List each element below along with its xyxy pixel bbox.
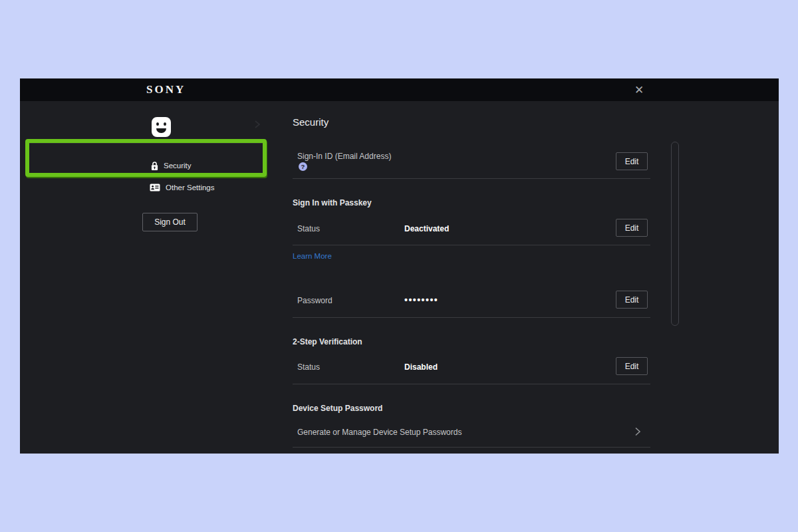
- two-step-section-heading: 2-Step Verification: [293, 337, 362, 346]
- account-settings-window: SONY ✕ Security: [20, 78, 779, 454]
- signin-id-label: Sign-In ID (Email Address): [297, 152, 391, 161]
- edit-passkey-button[interactable]: Edit: [616, 219, 648, 237]
- sidebar-item-security[interactable]: Security: [151, 158, 192, 173]
- edit-signin-id-button[interactable]: Edit: [616, 152, 648, 170]
- chevron-right-icon[interactable]: [634, 426, 641, 437]
- sidebar-item-label: Security: [164, 162, 192, 170]
- help-icon[interactable]: ?: [299, 162, 307, 171]
- divider: [293, 245, 650, 245]
- two-step-status-label: Status: [297, 362, 320, 372]
- learn-more-link[interactable]: Learn More: [293, 252, 332, 260]
- divider: [293, 317, 650, 318]
- divider: [293, 384, 650, 384]
- sony-logo: SONY: [146, 78, 186, 101]
- password-label: Password: [297, 296, 332, 305]
- password-masked-value: ••••••••: [404, 295, 438, 305]
- page-title: Security: [293, 116, 329, 128]
- divider: [293, 447, 650, 448]
- divider: [293, 178, 650, 179]
- avatar-eye-icon: [164, 122, 166, 126]
- sidebar-item-label: Other Settings: [166, 184, 215, 192]
- passkey-status-value: Deactivated: [404, 224, 449, 233]
- sign-out-button[interactable]: Sign Out: [142, 213, 198, 231]
- avatar[interactable]: [152, 117, 171, 137]
- avatar-smile-icon: [156, 128, 166, 133]
- scrollbar-thumb[interactable]: [671, 142, 679, 326]
- security-settings-panel: Security Sign-In ID (Email Address) ? Ed…: [293, 78, 665, 454]
- lock-icon: [151, 161, 158, 171]
- avatar-eye-icon: [156, 122, 159, 126]
- sidebar-item-other-settings[interactable]: Other Settings: [150, 180, 215, 195]
- chevron-right-icon: [254, 120, 261, 129]
- edit-password-button[interactable]: Edit: [616, 291, 648, 309]
- highlight-annotation: [25, 139, 267, 177]
- passkey-section-heading: Sign In with Passkey: [293, 198, 372, 207]
- device-setup-section-heading: Device Setup Password: [293, 404, 382, 413]
- two-step-status-value: Disabled: [404, 362, 438, 372]
- id-card-icon: [150, 184, 160, 192]
- passkey-status-label: Status: [297, 224, 320, 233]
- edit-two-step-button[interactable]: Edit: [616, 357, 648, 375]
- device-setup-passwords-link[interactable]: Generate or Manage Device Setup Password…: [297, 428, 462, 437]
